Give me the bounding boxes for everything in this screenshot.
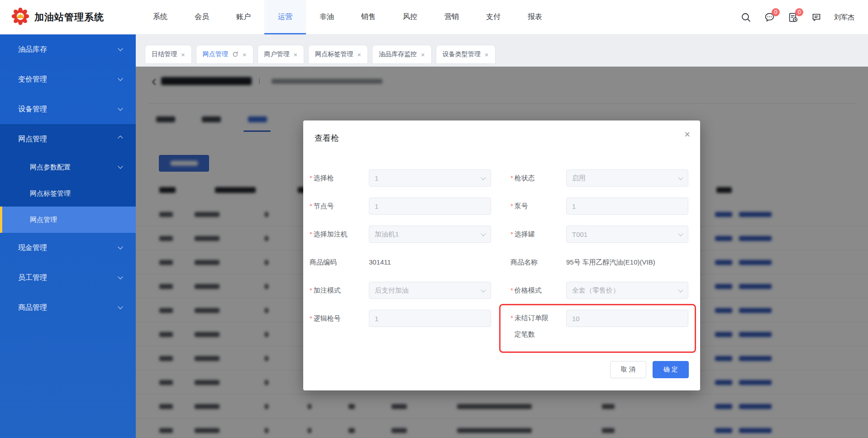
field-label: *选择枪 (310, 169, 369, 187)
sidebar-item-network-mgmt[interactable]: 网点管理 (0, 124, 136, 154)
tab-label: 网点管理 (203, 50, 228, 58)
todo-list-icon[interactable]: 0 (787, 11, 799, 23)
sidebar-item-label: 油品库存 (18, 45, 47, 54)
select-value: 后支付加油 (375, 286, 409, 295)
sidebar-item-cash-mgmt[interactable]: 现金管理 (0, 233, 136, 263)
sidebar-item-network-params[interactable]: 网点参数配置 (0, 154, 136, 180)
sidebar-item-label: 变价管理 (18, 75, 47, 84)
confirm-button[interactable]: 确 定 (653, 361, 689, 378)
sidebar-item-price-change[interactable]: 变价管理 (0, 64, 136, 94)
price-mode-select[interactable]: 全套（零售价） (566, 282, 688, 299)
close-icon[interactable]: × (684, 130, 690, 140)
chevron-down-icon (481, 231, 486, 236)
app-title: 加油站管理系统 (34, 11, 104, 24)
tab-daily-settlement[interactable]: 日结管理 × (145, 45, 192, 64)
close-icon[interactable]: × (243, 51, 247, 58)
select-value: 1 (375, 174, 378, 182)
required-asterisk: * (310, 202, 312, 210)
header-actions: 0 0 刘军杰 (740, 0, 854, 34)
nav-item-payment[interactable]: 支付 (472, 0, 514, 34)
field-label: *枪状态 (510, 169, 566, 187)
required-asterisk: * (310, 230, 312, 238)
product-name-value: 95号 车用乙醇汽油(E10)(VIB) (566, 254, 688, 271)
gun-form: *选择枪 1 *枪状态 启用 *节点号 *泵号 (310, 169, 688, 342)
tab-network-mgmt[interactable]: 网点管理 × (196, 45, 253, 64)
pump-no-input[interactable] (566, 197, 688, 215)
sidebar-item-product-mgmt[interactable]: 商品管理 (0, 293, 136, 322)
sidebar-item-label: 网点管理 (30, 216, 57, 224)
close-icon[interactable]: × (357, 51, 361, 58)
field-label: *加注模式 (310, 282, 369, 299)
nav-item-report[interactable]: 报表 (514, 0, 556, 34)
nav-item-marketing[interactable]: 营销 (431, 0, 472, 34)
gun-status-select[interactable]: 启用 (566, 169, 688, 187)
sidebar-item-staff-mgmt[interactable]: 员工管理 (0, 263, 136, 293)
tab-label: 网点标签管理 (315, 50, 353, 58)
field-label: *节点号 (310, 197, 369, 215)
dialog-title: 查看枪 (315, 133, 339, 144)
node-no-input[interactable] (369, 197, 491, 215)
chevron-up-icon (118, 135, 123, 140)
chevron-down-icon (118, 304, 123, 309)
chevron-down-icon (678, 175, 683, 180)
tab-network-tags[interactable]: 网点标签管理 × (308, 45, 368, 64)
product-code-value: 301411 (369, 254, 491, 271)
view-gun-dialog: 查看枪 × *选择枪 1 *枪状态 启用 *节点号 (303, 120, 700, 390)
chat-notification-icon[interactable]: 0 (763, 11, 775, 23)
company-logo-icon (12, 8, 29, 27)
nav-item-member[interactable]: 会员 (181, 0, 223, 34)
brand: 加油站管理系统 (12, 8, 104, 27)
select-value: T001 (572, 231, 587, 238)
close-icon[interactable]: × (421, 51, 425, 58)
tab-merchant-mgmt[interactable]: 商户管理 × (258, 45, 305, 64)
fueling-mode-select[interactable]: 后支付加油 (369, 282, 491, 299)
refresh-icon[interactable] (232, 51, 238, 58)
user-name[interactable]: 刘军杰 (834, 13, 854, 22)
tab-device-type-mgmt[interactable]: 设备类型管理 × (436, 45, 496, 64)
nav-item-risk[interactable]: 风控 (389, 0, 431, 34)
message-icon[interactable] (811, 11, 822, 23)
sidebar-item-label: 网点管理 (18, 135, 47, 144)
chevron-down-icon (678, 287, 683, 292)
open-tabs-bar: 日结管理 × 网点管理 × 商户管理 × 网点标签管理 × 油品库存监控 × 设… (136, 34, 868, 67)
sidebar-item-label: 商品管理 (18, 303, 47, 313)
select-value: 启用 (572, 174, 586, 183)
required-asterisk: * (510, 174, 513, 182)
sidebar-item-oil-inventory[interactable]: 油品库存 (0, 34, 136, 64)
dialog-footer: 取 消 确 定 (610, 361, 689, 378)
top-header: 加油站管理系统 系统 会员 账户 运营 非油 销售 风控 营销 支付 报表 0 (0, 0, 868, 34)
search-icon[interactable] (740, 11, 752, 23)
nav-item-system[interactable]: 系统 (139, 0, 181, 34)
tab-oil-inventory-monitor[interactable]: 油品库存监控 × (372, 45, 432, 64)
field-label: *价格模式 (510, 282, 566, 299)
chevron-down-icon (118, 164, 123, 168)
nav-item-sales[interactable]: 销售 (348, 0, 389, 34)
close-icon[interactable]: × (485, 51, 489, 58)
required-asterisk: * (510, 230, 513, 238)
sidebar-item-network-tags[interactable]: 网点标签管理 (0, 180, 136, 207)
tab-label: 油品库存监控 (379, 50, 417, 58)
chevron-down-icon (118, 106, 123, 111)
gun-select[interactable]: 1 (369, 169, 491, 187)
close-icon[interactable]: × (181, 51, 185, 58)
unsettled-order-limit-input[interactable] (566, 310, 688, 327)
cancel-button[interactable]: 取 消 (610, 361, 646, 378)
page-content: 查看枪 × *选择枪 1 *枪状态 启用 *节点号 (136, 67, 868, 438)
dispenser-select[interactable]: 加油机1 (369, 226, 491, 243)
sidebar-item-label: 现金管理 (18, 243, 47, 253)
required-asterisk: * (510, 286, 513, 294)
sidebar-item-device-mgmt[interactable]: 设备管理 (0, 94, 136, 124)
tab-label: 日结管理 (152, 50, 177, 58)
nav-item-account[interactable]: 账户 (223, 0, 264, 34)
nav-item-nonoil[interactable]: 非油 (306, 0, 348, 34)
nav-item-operation[interactable]: 运营 (264, 0, 306, 34)
tab-label: 商户管理 (264, 50, 290, 58)
tank-select[interactable]: T001 (566, 226, 688, 243)
sidebar-item-network-mgmt-sub[interactable]: 网点管理 (0, 207, 136, 233)
sidebar: 油品库存 变价管理 设备管理 网点管理 网点参数配置 网点标签管理 网点管理 现… (0, 34, 136, 438)
close-icon[interactable]: × (294, 51, 298, 58)
top-nav: 系统 会员 账户 运营 非油 销售 风控 营销 支付 报表 (139, 0, 556, 34)
field-label: 商品名称 (510, 254, 566, 271)
field-label: *泵号 (510, 197, 566, 215)
logic-gun-no-input[interactable] (369, 310, 491, 327)
